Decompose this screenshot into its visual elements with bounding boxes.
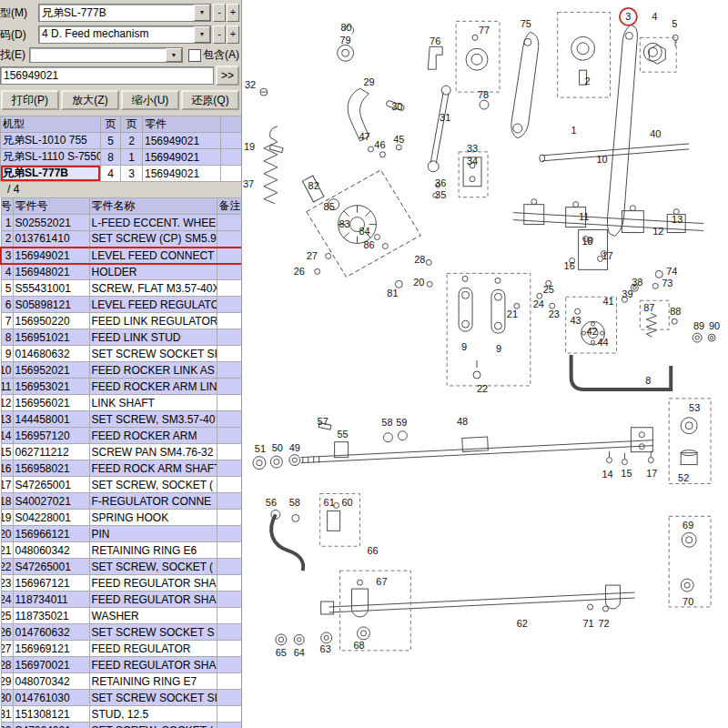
section-select-value[interactable]: 4 D. Feed mechanism — [39, 26, 194, 43]
parts-table-cell[interactable]: FEED ROCK ARM SHAFT — [89, 460, 217, 477]
parts-table-cell[interactable] — [217, 657, 242, 673]
parts-table-cell[interactable] — [217, 379, 242, 395]
parts-table-cell[interactable] — [217, 723, 242, 728]
parts-table-cell[interactable]: SCREW, FLAT M3.57-40X — [89, 280, 217, 297]
parts-table-cell[interactable]: 13 — [1, 411, 13, 428]
chevron-down-icon[interactable]: ▼ — [194, 5, 210, 21]
parts-table-cell[interactable] — [217, 641, 242, 657]
find-field[interactable]: ▼ — [29, 47, 183, 63]
section-spin-plus-button[interactable]: + — [227, 25, 239, 44]
parts-table-row[interactable]: 17S47265001SET SCREW, SOCKET ( — [1, 477, 242, 493]
parts-table-cell[interactable]: SCREW PAN SM4.76-32 — [89, 444, 217, 460]
parts-table-cell[interactable]: 1 — [1, 215, 13, 231]
parts-table-cell[interactable]: SET SCREW SOCKET S — [89, 624, 217, 641]
parts-table-cell[interactable] — [217, 559, 242, 575]
parts-table-cell[interactable]: 8 — [1, 329, 13, 346]
parts-table-row[interactable]: 12156956021LINK SHAFT — [1, 395, 242, 411]
parts-table-row[interactable]: 14156957120FEED ROCKER ARM — [1, 428, 242, 444]
parts-table-cell[interactable]: SPRING HOOK — [89, 510, 217, 526]
parts-table-cell[interactable] — [217, 329, 242, 346]
parts-table-cell[interactable] — [217, 395, 242, 411]
parts-table-cell[interactable]: 156970021 — [13, 657, 89, 673]
parts-table-row[interactable]: 20156966121PIN — [1, 526, 242, 542]
parts-table-row[interactable]: 10156952021FEED ROCKER LINK AS — [1, 362, 242, 379]
parts-table-row[interactable]: 22S47265001SET SCREW, SOCKET ( — [1, 559, 242, 575]
parts-table-cell[interactable] — [217, 346, 242, 362]
parts-table-row[interactable]: 25118735021WASHER — [1, 608, 242, 624]
parts-table-cell[interactable]: 23 — [1, 575, 13, 592]
model-table-row[interactable]: 兄弟SL-1010 75552156949021 — [1, 133, 243, 149]
parts-table-cell[interactable]: SET SCREW SOCKET SI — [89, 690, 217, 706]
parts-table-row[interactable]: 23156967121FEED REGULATOR SHA — [1, 575, 242, 592]
parts-table-cell[interactable]: FEED REGULATOR SHA — [89, 592, 217, 608]
parts-table-cell[interactable]: FEED REGULATOR SHA — [89, 657, 217, 673]
parts-table-cell[interactable]: 4 — [1, 264, 13, 280]
parts-table-cell[interactable] — [217, 542, 242, 559]
model-table-cell[interactable]: 8 — [101, 149, 121, 166]
model-select[interactable]: 兄弟SL-777B ▼ — [38, 4, 211, 22]
parts-table-cell[interactable]: 21 — [1, 542, 13, 559]
parts-table-cell[interactable]: L-FEED ECCENT. WHEE — [89, 215, 217, 231]
parts-table-cell[interactable]: FEED ROCKER ARM LIN — [89, 379, 217, 395]
parts-table-cell[interactable]: 156949021 — [13, 248, 89, 264]
parts-table-cell[interactable]: 144458001 — [13, 411, 89, 428]
model-table-cell[interactable] — [221, 133, 243, 149]
parts-table-cell[interactable]: 156967121 — [13, 575, 89, 592]
parts-table-cell[interactable]: 15 — [1, 444, 13, 460]
parts-table-cell[interactable] — [217, 477, 242, 493]
model-table-cell[interactable] — [221, 166, 243, 182]
parts-table-cell[interactable]: LEVEL FEED CONNECT — [89, 248, 217, 264]
parts-table-cell[interactable]: SET SCREW, SOCKET ( — [89, 559, 217, 575]
parts-table-row[interactable]: 6S05898121LEVEL FEED REGULATO — [1, 297, 242, 313]
parts-table-cell[interactable]: S47265001 — [13, 559, 89, 575]
parts-table-cell[interactable]: 12 — [1, 395, 13, 411]
parts-table-cell[interactable]: 32 — [1, 723, 13, 728]
section-select[interactable]: 4 D. Feed mechanism ▼ — [38, 25, 211, 44]
parts-table-cell[interactable]: 29 — [1, 673, 13, 690]
parts-table-cell[interactable]: 31 — [1, 706, 13, 723]
parts-table-cell[interactable]: STUD, 12.5 — [89, 706, 217, 723]
parts-table-cell[interactable]: 151308121 — [13, 706, 89, 723]
model-table-cell[interactable]: 2 — [121, 133, 143, 149]
parts-table-cell[interactable]: 17 — [1, 477, 13, 493]
search-input[interactable] — [0, 66, 214, 85]
parts-table-cell[interactable] — [217, 624, 242, 641]
section-spin-minus-button[interactable]: - — [213, 25, 226, 44]
parts-table-row[interactable]: 4156948021HOLDER — [1, 264, 242, 280]
parts-table-cell[interactable] — [217, 231, 242, 248]
parts-table-cell[interactable]: LINK SHAFT — [89, 395, 217, 411]
parts-table-cell[interactable]: 156969121 — [13, 641, 89, 657]
parts-table-row[interactable]: 9014680632SET SCREW SOCKET SI — [1, 346, 242, 362]
parts-table-cell[interactable]: RETAINING RING E7 — [89, 673, 217, 690]
parts-table-cell[interactable]: F-REGULATOR CONNE — [89, 493, 217, 510]
parts-table-cell[interactable]: FEED REGULATOR — [89, 641, 217, 657]
parts-table-cell[interactable]: SET SCREW SOCKET SI — [89, 346, 217, 362]
parts-table-cell[interactable] — [217, 264, 242, 280]
parts-table-cell[interactable]: 20 — [1, 526, 13, 542]
parts-table-cell[interactable] — [217, 690, 242, 706]
parts-table-row[interactable]: 7156950220FEED LINK REGULATOR — [1, 313, 242, 329]
model-select-value[interactable]: 兄弟SL-777B — [39, 5, 194, 21]
parts-table-cell[interactable] — [217, 575, 242, 592]
parts-table-cell[interactable]: 048060342 — [13, 542, 89, 559]
model-table-cell[interactable]: 兄弟SL-1110 S-7550 — [1, 149, 101, 166]
parts-table-cell[interactable]: FEED ROCKER LINK AS — [89, 362, 217, 379]
parts-table-cell[interactable]: 18 — [1, 493, 13, 510]
parts-table-cell[interactable]: 6 — [1, 297, 13, 313]
model-table-row[interactable]: 兄弟SL-777B43156949021 — [1, 166, 243, 182]
parts-table-cell[interactable]: 27 — [1, 641, 13, 657]
parts-table-row[interactable]: 2013761410SET SCREW (CP) SM5.9 — [1, 231, 242, 248]
parts-table-cell[interactable]: 013761410 — [13, 231, 89, 248]
parts-table-cell[interactable] — [217, 460, 242, 477]
parts-table-cell[interactable]: 118734011 — [13, 592, 89, 608]
model-table-cell[interactable]: 1 — [121, 149, 143, 166]
parts-table-cell[interactable] — [217, 510, 242, 526]
zoom-in-button[interactable]: 放大(Z) — [61, 90, 119, 110]
model-spin-minus-button[interactable]: - — [213, 4, 226, 22]
find-field-value[interactable] — [30, 48, 166, 62]
parts-table-cell[interactable]: 156950220 — [13, 313, 89, 329]
parts-table-row[interactable]: 5S55431001SCREW, FLAT M3.57-40X — [1, 280, 242, 297]
model-table-cell[interactable]: 兄弟SL-777B — [1, 166, 101, 182]
model-table-cell[interactable]: 5 — [101, 133, 121, 149]
model-table-cell[interactable]: 156949021 — [143, 149, 221, 166]
